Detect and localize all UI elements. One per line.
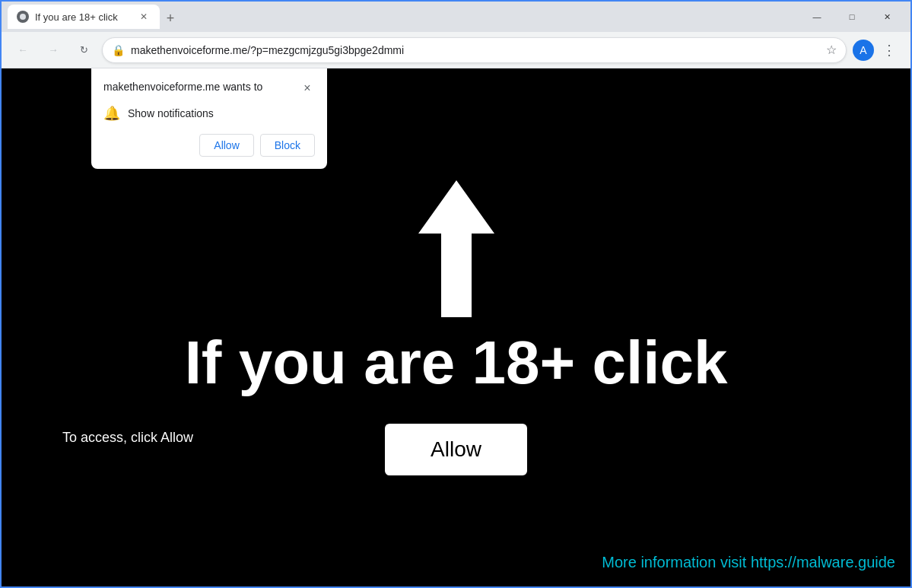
tab-title: If you are 18+ click (35, 11, 131, 23)
lock-icon: 🔒 (112, 44, 125, 56)
popup-header: makethenvoiceforme.me wants to × (103, 81, 315, 96)
menu-button[interactable]: ⋮ (877, 38, 901, 62)
popup-allow-button[interactable]: Allow (199, 134, 253, 157)
maximize-button[interactable]: □ (834, 5, 869, 28)
popup-close-button[interactable]: × (300, 81, 315, 96)
footer-link: More information visit https://malware.g… (602, 554, 895, 571)
title-bar: If you are 18+ click ✕ + — □ ✕ (2, 2, 910, 32)
back-button[interactable]: ← (11, 38, 35, 62)
tab-favicon (17, 11, 29, 23)
account-avatar[interactable]: A (853, 40, 874, 61)
page-subtitle: To access, click Allow (62, 430, 193, 446)
toolbar-right: A ⋮ (853, 38, 901, 62)
refresh-button[interactable]: ↻ (71, 38, 96, 62)
popup-notification-row: 🔔 Show notifications (103, 105, 315, 122)
minimize-button[interactable]: — (799, 5, 834, 28)
content-area: makethenvoiceforme.me wants to × 🔔 Show … (2, 68, 910, 586)
notification-label: Show notifications (128, 107, 214, 119)
address-input[interactable]: 🔒 makethenvoiceforme.me/?p=mezgcmjzgu5gi… (102, 37, 847, 63)
popup-actions: Allow Block (103, 134, 315, 157)
active-tab[interactable]: If you are 18+ click ✕ (8, 5, 160, 29)
window-controls: — □ ✕ (799, 5, 904, 28)
popup-block-button[interactable]: Block (260, 134, 315, 157)
arrow-graphic (418, 180, 494, 317)
close-button[interactable]: ✕ (869, 5, 904, 28)
bell-icon: 🔔 (103, 105, 120, 122)
bookmark-icon[interactable]: ☆ (826, 43, 837, 57)
forward-button[interactable]: → (41, 38, 65, 62)
browser-frame: If you are 18+ click ✕ + — □ ✕ ← → ↻ 🔒 m… (0, 0, 912, 588)
popup-title: makethenvoiceforme.me wants to (103, 81, 262, 93)
url-text: makethenvoiceforme.me/?p=mezgcmjzgu5gi3b… (131, 44, 820, 56)
page-allow-button[interactable]: Allow (385, 424, 527, 475)
svg-marker-0 (418, 180, 494, 317)
page-headline: If you are 18+ click (185, 332, 728, 393)
tab-bar: If you are 18+ click ✕ + (8, 5, 796, 29)
address-bar: ← → ↻ 🔒 makethenvoiceforme.me/?p=mezgcmj… (2, 32, 910, 68)
new-tab-button[interactable]: + (160, 8, 181, 29)
tab-close-button[interactable]: ✕ (137, 10, 151, 24)
notification-popup: makethenvoiceforme.me wants to × 🔔 Show … (91, 68, 327, 169)
